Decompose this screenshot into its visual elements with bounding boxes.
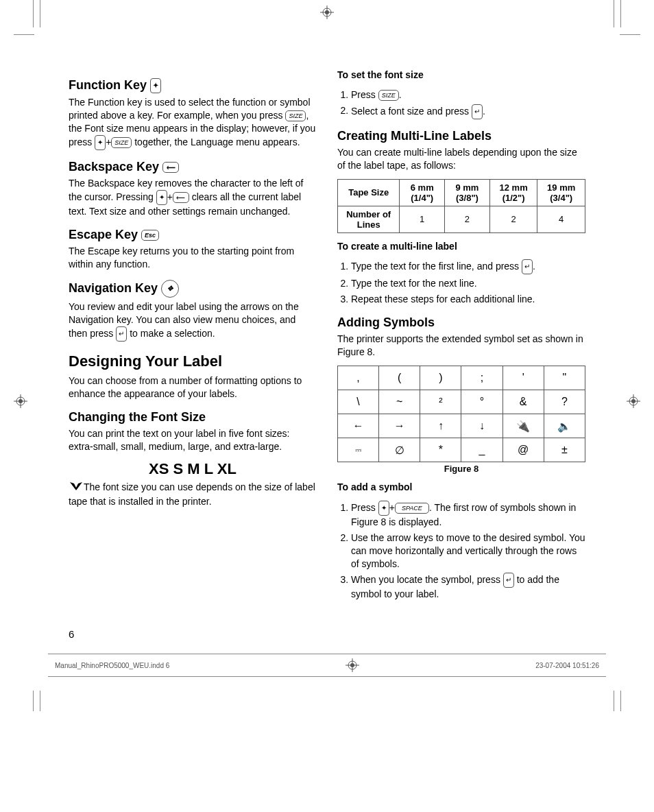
step: Use the arrow keys to move to the desire… [351, 532, 585, 571]
footer-file: Manual_RhinoPRO5000_WEU.indd 6 [55, 662, 169, 669]
designing-heading: Designing Your Label [69, 353, 317, 370]
designing-body: You can choose from a number of formatti… [69, 374, 317, 401]
text: to make a selection. [130, 328, 215, 339]
table-header: Tape Size [338, 179, 400, 206]
function-key-heading: Function Key ✦ [69, 78, 317, 93]
tip-icon [69, 481, 84, 495]
symbol-cell: → [379, 414, 420, 438]
size-key-icon: SIZE [111, 137, 132, 148]
symbol-cell: ~ [379, 390, 420, 414]
step: Repeat these steps for each additional l… [351, 293, 585, 306]
symbol-cell: 🔌 [502, 414, 544, 438]
font-size-tip: The font size you can use depends on the… [69, 481, 317, 508]
content-columns: Function Key ✦ The Function key is used … [69, 69, 585, 608]
symbols-heading: Adding Symbols [337, 315, 585, 330]
symbol-cell: ± [544, 438, 585, 462]
function-key-body: The Function key is used to select the f… [69, 96, 317, 150]
table-cell: 2 [445, 206, 490, 232]
enter-key-icon: ↵ [503, 573, 514, 588]
page: Function Key ✦ The Function key is used … [0, 0, 654, 718]
heading-text: Navigation Key [69, 281, 158, 295]
text: Type the text for the first line, and pr… [351, 261, 522, 272]
right-column: To set the font size Press SIZE. Select … [337, 69, 585, 608]
backspace-key-icon: ⟵ [173, 192, 189, 203]
navigation-key-icon: ✥ [161, 280, 179, 298]
text: . [533, 261, 535, 272]
font-size-body: You can print the text on your label in … [69, 427, 317, 453]
text: When you locate the symbol, press [351, 574, 503, 585]
size-key-icon: SIZE [378, 90, 399, 101]
text: Select a font size and press [351, 105, 472, 116]
tape-size-table: Tape Size 6 mm (1/4") 9 mm (3/8") 12 mm … [337, 179, 585, 233]
symbol-cell: ↓ [461, 414, 502, 438]
symbol-cell: ⎓ [338, 438, 379, 462]
add-symbol-steps: Press ✦+SPACE. The first row of symbols … [337, 501, 585, 601]
registration-mark-icon [346, 658, 359, 672]
table-cell: 2 [489, 206, 537, 232]
symbol-cell: ° [461, 390, 502, 414]
table-header-row: Tape Size 6 mm (1/4") 9 mm (3/8") 12 mm … [338, 179, 585, 206]
step: Press ✦+SPACE. The first row of symbols … [351, 501, 585, 529]
text: Press [351, 502, 378, 513]
registration-mark-icon [627, 394, 640, 408]
step: When you locate the symbol, press ↵ to a… [351, 573, 585, 601]
fn-key-icon: ✦ [95, 135, 106, 150]
text: The font size you can use depends on the… [69, 481, 315, 507]
enter-key-icon: ↵ [522, 259, 533, 274]
symbol-cell: 🔈 [544, 414, 585, 438]
symbol-cell: ? [544, 390, 585, 414]
symbol-cell: ² [420, 390, 461, 414]
symbol-cell: ∅ [379, 438, 420, 462]
text: . [483, 105, 485, 116]
crop-marks-bottom [27, 677, 627, 704]
fn-key-icon: ✦ [156, 190, 167, 205]
registration-mark-icon [320, 5, 334, 19]
table-row: Number of Lines 1 2 2 4 [338, 206, 585, 232]
table-cell: Number of Lines [338, 206, 400, 232]
text: The Function key is used to select the f… [69, 97, 311, 121]
set-font-steps: Press SIZE. Select a font size and press… [337, 88, 585, 119]
table-row: ← → ↑ ↓ 🔌 🔈 [338, 414, 585, 438]
registration-mark-icon [14, 394, 27, 408]
navigation-key-heading: Navigation Key ✥ [69, 280, 317, 298]
table-header: 19 mm (3/4") [537, 179, 585, 206]
create-multiline-steps: Type the text for the first line, and pr… [337, 259, 585, 306]
set-font-heading: To set the font size [337, 69, 585, 82]
step: Type the text for the first line, and pr… [351, 259, 585, 274]
page-number: 6 [69, 628, 627, 640]
enter-key-icon: ↵ [472, 104, 483, 119]
table-header: 12 mm (1/2") [489, 179, 537, 206]
heading-text: Escape Key [69, 228, 138, 241]
footer-timestamp: 23-07-2004 10:51:26 [535, 662, 599, 669]
table-cell: 1 [400, 206, 445, 232]
heading-text: Backspace Key [69, 160, 159, 174]
text: Press [351, 89, 378, 100]
backspace-key-body: The Backspace key removes the character … [69, 177, 317, 218]
escape-key-body: The Escape key returns you to the starti… [69, 245, 317, 271]
table-header: 9 mm (3/8") [445, 179, 490, 206]
step: Type the text for the next line. [351, 277, 585, 290]
enter-key-icon: ↵ [116, 326, 127, 342]
symbol-cell: ) [420, 366, 461, 390]
create-multiline-heading: To create a multi-line label [337, 240, 585, 253]
left-column: Function Key ✦ The Function key is used … [69, 69, 317, 608]
symbol-cell: ↑ [420, 414, 461, 438]
multiline-body: You can create multi-line labels dependi… [337, 146, 585, 172]
table-row: ⎓ ∅ * _ @ ± [338, 438, 585, 462]
step: Select a font size and press ↵. [351, 104, 585, 119]
table-header: 6 mm (1/4") [400, 179, 445, 206]
symbol-cell: ← [338, 414, 379, 438]
symbol-cell: _ [461, 438, 502, 462]
symbol-cell: * [420, 438, 461, 462]
figure-caption: Figure 8 [337, 464, 585, 474]
table-cell: 4 [537, 206, 585, 232]
backspace-key-icon: ⟵ [162, 162, 179, 173]
size-key-icon: SIZE [285, 110, 306, 121]
footer: Manual_RhinoPRO5000_WEU.indd 6 23-07-200… [48, 654, 606, 677]
escape-key-icon: Esc [141, 230, 159, 241]
symbols-body: The printer supports the extended symbol… [337, 333, 585, 359]
table-row: , ( ) ; ' " [338, 366, 585, 390]
symbol-cell: , [338, 366, 379, 390]
symbols-table: , ( ) ; ' " \ ~ ² ° & ? ← → [337, 366, 585, 462]
text: . [399, 89, 402, 100]
